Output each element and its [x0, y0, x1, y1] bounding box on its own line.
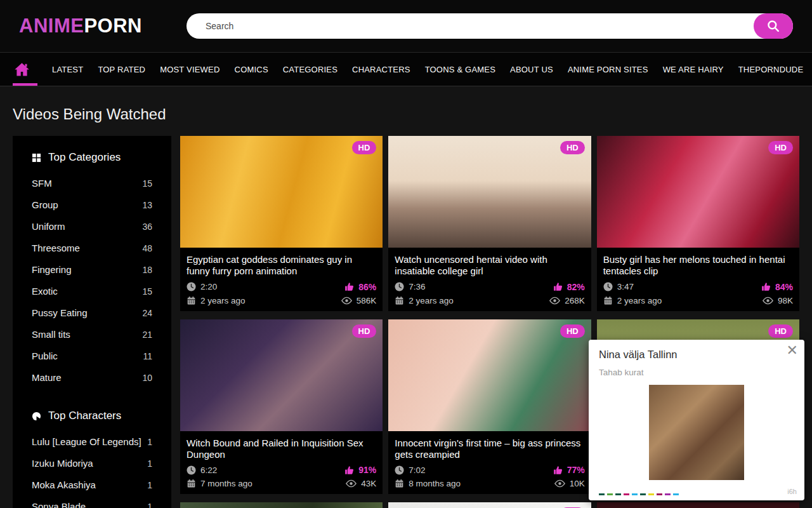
page-title: Videos Being Watched	[13, 105, 812, 123]
video-thumbnail[interactable]: HD	[180, 319, 383, 431]
nav-item-categories[interactable]: CATEGORIES	[283, 65, 337, 74]
video-title[interactable]: Witch Bound and Railed in Inquisition Se…	[180, 431, 383, 464]
ad-timestamp: i6h	[787, 488, 797, 495]
thumbs-up-icon	[344, 465, 354, 475]
ad-title[interactable]: Nina välja Tallinn	[599, 349, 794, 361]
hd-badge: HD	[352, 324, 377, 338]
category-item[interactable]: Pussy Eating24	[32, 307, 160, 318]
eye-icon	[341, 297, 352, 305]
category-item[interactable]: Small tits21	[32, 329, 160, 340]
ad-popup: ✕ Nina välja Tallinn Tahab kurat i6h	[589, 340, 804, 500]
video-title[interactable]: Busty girl has her melons touched in hen…	[597, 248, 799, 280]
home-icon	[14, 62, 30, 77]
calendar-icon	[603, 296, 613, 305]
video-card[interactable]: HD	[388, 502, 591, 508]
video-duration: 7:02	[395, 465, 425, 475]
category-item[interactable]: Mature10	[32, 372, 160, 383]
close-icon[interactable]: ✕	[787, 344, 798, 358]
video-title[interactable]: Innocent virgin's first time – big ass p…	[388, 431, 591, 464]
character-item[interactable]: Moka Akashiya1	[32, 479, 160, 490]
video-duration: 2:20	[187, 282, 217, 291]
video-title[interactable]: Watch uncensored hentai video with insat…	[388, 248, 591, 280]
video-rating[interactable]: 86%	[344, 282, 376, 292]
nav-item-characters[interactable]: CHARACTERS	[352, 65, 410, 74]
ad-footer: i6h	[599, 488, 797, 495]
character-item[interactable]: Izuku Midoriya1	[32, 458, 160, 469]
video-rating[interactable]: 82%	[553, 282, 585, 292]
category-item[interactable]: Fingering18	[32, 264, 160, 275]
video-duration: 3:47	[603, 282, 634, 291]
video-views: 98K	[763, 296, 793, 305]
hd-badge: HD	[560, 141, 585, 154]
nav-item-most-viewed[interactable]: MOST VIEWED	[160, 65, 219, 74]
video-thumbnail[interactable]: HD	[388, 136, 591, 248]
clock-icon	[603, 282, 613, 291]
search-input[interactable]	[187, 13, 793, 39]
category-item[interactable]: Uniform36	[32, 221, 160, 232]
thumbs-up-icon	[761, 282, 771, 291]
nav-home[interactable]	[13, 53, 37, 86]
search-button[interactable]	[754, 13, 793, 39]
video-thumbnail[interactable]: HD	[388, 319, 591, 431]
nav-item-top-rated[interactable]: TOP RATED	[98, 65, 145, 74]
site-logo[interactable]: ANIMEPORN	[19, 15, 142, 37]
video-age: 8 months ago	[395, 479, 461, 488]
ad-image[interactable]	[649, 385, 744, 480]
video-thumbnail[interactable]: HD	[180, 136, 383, 248]
video-card[interactable]: HD Egyptian cat goddess dominates guy in…	[180, 136, 383, 311]
nav-item-latest[interactable]: LATEST	[52, 65, 83, 74]
search-bar	[187, 13, 793, 39]
video-rating[interactable]: 91%	[344, 465, 376, 475]
nav-item-anime-porn-sites[interactable]: ANIME PORN SITES	[568, 65, 648, 74]
hd-badge: HD	[352, 141, 377, 154]
calendar-icon	[187, 479, 196, 488]
thumbs-up-icon	[553, 282, 563, 291]
nav-item-we-are-hairy[interactable]: WE ARE HAIRY	[663, 65, 724, 74]
video-thumbnail[interactable]	[597, 502, 799, 508]
characters-icon	[32, 411, 41, 421]
top-characters-header: Top Characters	[32, 410, 160, 422]
video-card[interactable]: HD Watch uncensored hentai video with in…	[388, 136, 591, 311]
video-thumbnail[interactable]	[180, 502, 383, 508]
video-card[interactable]: HD Witch Bound and Railed in Inquisition…	[180, 319, 383, 495]
category-item[interactable]: Group13	[32, 199, 160, 210]
top-characters-title: Top Characters	[48, 410, 121, 422]
video-card[interactable]: HD Busty girl has her melons touched in …	[597, 136, 799, 311]
eye-icon	[554, 479, 565, 488]
sidebar: Top Categories SFM15 Group13 Uniform36 T…	[13, 136, 171, 508]
video-views: 10K	[554, 479, 585, 488]
nav-item-comics[interactable]: COMICS	[235, 65, 268, 74]
video-views: 268K	[549, 296, 585, 305]
category-item[interactable]: Public11	[32, 351, 160, 361]
eye-icon	[346, 479, 357, 488]
calendar-icon	[395, 479, 404, 488]
video-card[interactable]: HD Innocent virgin's first time – big as…	[388, 319, 591, 495]
character-item[interactable]: Lulu [League Of Legends]1	[32, 436, 160, 447]
video-age: 2 years ago	[395, 296, 454, 305]
nav-item-about-us[interactable]: ABOUT US	[510, 65, 553, 74]
video-card[interactable]	[597, 502, 799, 508]
nav-item-theporndude[interactable]: THEPORNDUDE	[738, 65, 804, 74]
top-categories-header: Top Categories	[32, 151, 160, 164]
video-thumbnail[interactable]: HD	[597, 136, 799, 248]
category-item[interactable]: Threesome48	[32, 243, 160, 253]
video-age: 2 years ago	[187, 296, 246, 305]
video-rating[interactable]: 84%	[761, 282, 793, 292]
calendar-icon	[395, 296, 404, 305]
ad-color-dashes	[599, 493, 679, 495]
character-item[interactable]: Sonya Blade1	[32, 501, 160, 508]
video-thumbnail[interactable]: HD	[388, 502, 591, 508]
top-categories-title: Top Categories	[48, 151, 121, 164]
category-item[interactable]: SFM15	[32, 178, 160, 189]
video-age: 7 months ago	[187, 479, 252, 488]
nav-item-toons-games[interactable]: TOONS & GAMES	[425, 65, 495, 74]
logo-part-anime: ANIME	[19, 15, 84, 37]
calendar-icon	[187, 296, 196, 305]
video-card[interactable]	[180, 502, 383, 508]
video-views: 586K	[341, 296, 377, 305]
video-title[interactable]: Egyptian cat goddess dominates guy in fu…	[180, 248, 383, 280]
clock-icon	[187, 465, 196, 475]
clock-icon	[395, 465, 404, 475]
video-rating[interactable]: 77%	[553, 465, 585, 475]
category-item[interactable]: Exotic15	[32, 286, 160, 297]
